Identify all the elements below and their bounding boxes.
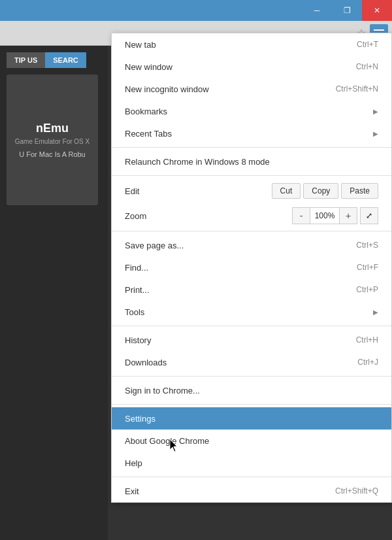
history-label: History (125, 335, 151, 345)
zoom-out-button[interactable]: - (292, 207, 310, 224)
divider-1 (112, 147, 391, 148)
new-tab-label: New tab (125, 40, 156, 50)
close-button[interactable]: ✕ (362, 0, 392, 21)
paste-button[interactable]: Paste (341, 183, 378, 199)
menu-item-tools[interactable]: Tools (112, 301, 391, 323)
menu-item-help[interactable]: Help (112, 452, 391, 474)
divider-3 (112, 231, 391, 231)
exit-label: Exit (125, 486, 139, 496)
divider-2 (112, 175, 391, 176)
tip-button[interactable]: TIP US (7, 52, 45, 68)
menu-item-incognito[interactable]: New incognito window Ctrl+Shift+N (112, 78, 391, 100)
zoom-in-button[interactable]: + (339, 207, 357, 224)
incognito-label: New incognito window (125, 84, 209, 94)
signin-label: Sign in to Chrome... (125, 386, 200, 396)
downloads-shortcut: Ctrl+J (357, 358, 378, 367)
emu-desc: U For Mac Is A Robu (19, 150, 85, 158)
bookmarks-label: Bookmarks (125, 107, 167, 116)
menu-item-downloads[interactable]: Downloads Ctrl+J (112, 351, 391, 373)
copy-button[interactable]: Copy (303, 183, 338, 199)
print-shortcut: Ctrl+P (356, 285, 378, 294)
menu-item-relaunch[interactable]: Relaunch Chrome in Windows 8 mode (112, 150, 391, 173)
print-label: Print... (125, 285, 150, 295)
menu-item-save-page[interactable]: Save page as... Ctrl+S (112, 234, 391, 256)
tools-label: Tools (125, 307, 144, 317)
menu-item-new-tab[interactable]: New tab Ctrl+T (112, 33, 391, 56)
new-window-shortcut: Ctrl+N (356, 62, 378, 71)
divider-6 (112, 404, 391, 405)
help-label: Help (125, 458, 142, 468)
restore-button[interactable]: ❐ (332, 0, 362, 21)
find-shortcut: Ctrl+F (357, 263, 378, 272)
settings-label: Settings (125, 414, 155, 424)
exit-shortcut: Ctrl+Shift+Q (335, 486, 378, 496)
edit-row: Edit Cut Copy Paste (112, 178, 391, 203)
new-tab-shortcut: Ctrl+T (357, 40, 378, 49)
divider-5 (112, 376, 391, 377)
history-shortcut: Ctrl+H (356, 335, 378, 345)
downloads-label: Downloads (125, 358, 167, 367)
find-label: Find... (125, 263, 148, 273)
minimize-button[interactable]: ─ (302, 0, 332, 21)
page-top-bar: TIP US SEARC (7, 52, 101, 68)
title-bar: ─ ❐ ✕ (0, 0, 392, 21)
chrome-dropdown-menu: New tab Ctrl+T New window Ctrl+N New inc… (111, 33, 392, 503)
menu-item-signin[interactable]: Sign in to Chrome... (112, 379, 391, 401)
zoom-label: Zoom (125, 211, 164, 221)
divider-4 (112, 326, 391, 326)
menu-item-new-window[interactable]: New window Ctrl+N (112, 56, 391, 78)
menu-item-bookmarks[interactable]: Bookmarks (112, 100, 391, 122)
emu-subtitle: Game Emulator For OS X (15, 138, 90, 145)
recent-tabs-label: Recent Tabs (125, 129, 172, 139)
page-image-area: nEmu Game Emulator For OS X U For Mac Is… (7, 75, 98, 205)
zoom-value: 100% (310, 207, 339, 224)
divider-7 (112, 477, 391, 477)
incognito-shortcut: Ctrl+Shift+N (336, 84, 378, 93)
about-label: About Google Chrome (125, 436, 209, 446)
window-controls: ─ ❐ ✕ (302, 0, 392, 21)
page-content: TIP US SEARC nEmu Game Emulator For OS X… (0, 46, 108, 212)
edit-buttons: Cut Copy Paste (272, 183, 378, 199)
search-button[interactable]: SEARC (45, 52, 86, 68)
menu-item-settings[interactable]: Settings (112, 407, 391, 430)
zoom-controls: - 100% + ⤢ (292, 207, 378, 224)
menu-line-1 (374, 29, 384, 31)
menu-item-history[interactable]: History Ctrl+H (112, 329, 391, 351)
page-background: TIP US SEARC nEmu Game Emulator For OS X… (0, 46, 108, 540)
menu-item-find[interactable]: Find... Ctrl+F (112, 256, 391, 278)
new-window-label: New window (125, 62, 172, 72)
zoom-row: Zoom - 100% + ⤢ (112, 203, 391, 228)
edit-label: Edit (125, 186, 164, 196)
cut-button[interactable]: Cut (272, 183, 301, 199)
fullscreen-button[interactable]: ⤢ (360, 207, 378, 224)
menu-item-about[interactable]: About Google Chrome (112, 430, 391, 452)
menu-item-recent-tabs[interactable]: Recent Tabs (112, 122, 391, 144)
emu-title: nEmu (36, 122, 69, 135)
save-page-label: Save page as... (125, 241, 184, 250)
menu-item-print[interactable]: Print... Ctrl+P (112, 278, 391, 301)
menu-item-exit[interactable]: Exit Ctrl+Shift+Q (112, 480, 391, 502)
relaunch-label: Relaunch Chrome in Windows 8 mode (125, 157, 270, 167)
save-page-shortcut: Ctrl+S (356, 241, 378, 250)
